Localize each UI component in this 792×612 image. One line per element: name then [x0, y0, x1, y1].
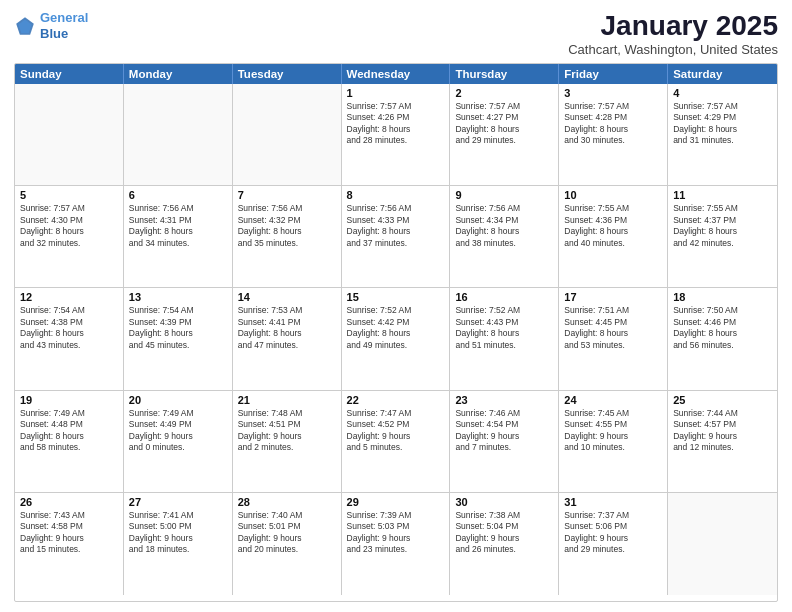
day-cell-3: 3Sunrise: 7:57 AM Sunset: 4:28 PM Daylig…: [559, 84, 668, 185]
day-info: Sunrise: 7:48 AM Sunset: 4:51 PM Dayligh…: [238, 408, 336, 454]
day-number: 8: [347, 189, 445, 201]
day-number: 18: [673, 291, 772, 303]
header-day-sunday: Sunday: [15, 64, 124, 84]
day-number: 25: [673, 394, 772, 406]
title-area: January 2025 Cathcart, Washington, Unite…: [568, 10, 778, 57]
day-info: Sunrise: 7:56 AM Sunset: 4:31 PM Dayligh…: [129, 203, 227, 249]
day-number: 10: [564, 189, 662, 201]
day-cell-1: 1Sunrise: 7:57 AM Sunset: 4:26 PM Daylig…: [342, 84, 451, 185]
day-cell-22: 22Sunrise: 7:47 AM Sunset: 4:52 PM Dayli…: [342, 391, 451, 492]
day-info: Sunrise: 7:44 AM Sunset: 4:57 PM Dayligh…: [673, 408, 772, 454]
day-number: 12: [20, 291, 118, 303]
day-number: 19: [20, 394, 118, 406]
day-number: 17: [564, 291, 662, 303]
day-info: Sunrise: 7:47 AM Sunset: 4:52 PM Dayligh…: [347, 408, 445, 454]
header-day-thursday: Thursday: [450, 64, 559, 84]
header-day-wednesday: Wednesday: [342, 64, 451, 84]
day-info: Sunrise: 7:43 AM Sunset: 4:58 PM Dayligh…: [20, 510, 118, 556]
day-number: 3: [564, 87, 662, 99]
day-number: 29: [347, 496, 445, 508]
day-number: 26: [20, 496, 118, 508]
empty-cell: [124, 84, 233, 185]
day-info: Sunrise: 7:54 AM Sunset: 4:39 PM Dayligh…: [129, 305, 227, 351]
calendar-row-3: 12Sunrise: 7:54 AM Sunset: 4:38 PM Dayli…: [15, 288, 777, 390]
day-cell-6: 6Sunrise: 7:56 AM Sunset: 4:31 PM Daylig…: [124, 186, 233, 287]
day-info: Sunrise: 7:41 AM Sunset: 5:00 PM Dayligh…: [129, 510, 227, 556]
day-info: Sunrise: 7:45 AM Sunset: 4:55 PM Dayligh…: [564, 408, 662, 454]
logo-icon: [14, 15, 36, 37]
day-cell-5: 5Sunrise: 7:57 AM Sunset: 4:30 PM Daylig…: [15, 186, 124, 287]
day-info: Sunrise: 7:57 AM Sunset: 4:29 PM Dayligh…: [673, 101, 772, 147]
day-cell-16: 16Sunrise: 7:52 AM Sunset: 4:43 PM Dayli…: [450, 288, 559, 389]
calendar-row-2: 5Sunrise: 7:57 AM Sunset: 4:30 PM Daylig…: [15, 186, 777, 288]
header-day-monday: Monday: [124, 64, 233, 84]
day-cell-23: 23Sunrise: 7:46 AM Sunset: 4:54 PM Dayli…: [450, 391, 559, 492]
day-cell-14: 14Sunrise: 7:53 AM Sunset: 4:41 PM Dayli…: [233, 288, 342, 389]
day-info: Sunrise: 7:40 AM Sunset: 5:01 PM Dayligh…: [238, 510, 336, 556]
day-info: Sunrise: 7:46 AM Sunset: 4:54 PM Dayligh…: [455, 408, 553, 454]
empty-cell: [233, 84, 342, 185]
day-number: 6: [129, 189, 227, 201]
day-info: Sunrise: 7:55 AM Sunset: 4:37 PM Dayligh…: [673, 203, 772, 249]
page: General Blue January 2025 Cathcart, Wash…: [0, 0, 792, 612]
day-cell-12: 12Sunrise: 7:54 AM Sunset: 4:38 PM Dayli…: [15, 288, 124, 389]
day-cell-10: 10Sunrise: 7:55 AM Sunset: 4:36 PM Dayli…: [559, 186, 668, 287]
day-info: Sunrise: 7:57 AM Sunset: 4:30 PM Dayligh…: [20, 203, 118, 249]
day-number: 11: [673, 189, 772, 201]
day-info: Sunrise: 7:51 AM Sunset: 4:45 PM Dayligh…: [564, 305, 662, 351]
calendar-body: 1Sunrise: 7:57 AM Sunset: 4:26 PM Daylig…: [15, 84, 777, 595]
location: Cathcart, Washington, United States: [568, 42, 778, 57]
calendar-row-1: 1Sunrise: 7:57 AM Sunset: 4:26 PM Daylig…: [15, 84, 777, 186]
day-info: Sunrise: 7:53 AM Sunset: 4:41 PM Dayligh…: [238, 305, 336, 351]
logo-text: General Blue: [40, 10, 88, 41]
day-cell-13: 13Sunrise: 7:54 AM Sunset: 4:39 PM Dayli…: [124, 288, 233, 389]
empty-cell: [668, 493, 777, 595]
day-number: 7: [238, 189, 336, 201]
calendar-row-5: 26Sunrise: 7:43 AM Sunset: 4:58 PM Dayli…: [15, 493, 777, 595]
day-info: Sunrise: 7:55 AM Sunset: 4:36 PM Dayligh…: [564, 203, 662, 249]
day-cell-2: 2Sunrise: 7:57 AM Sunset: 4:27 PM Daylig…: [450, 84, 559, 185]
day-info: Sunrise: 7:57 AM Sunset: 4:26 PM Dayligh…: [347, 101, 445, 147]
day-number: 5: [20, 189, 118, 201]
day-number: 1: [347, 87, 445, 99]
day-info: Sunrise: 7:52 AM Sunset: 4:43 PM Dayligh…: [455, 305, 553, 351]
day-info: Sunrise: 7:54 AM Sunset: 4:38 PM Dayligh…: [20, 305, 118, 351]
day-number: 16: [455, 291, 553, 303]
month-title: January 2025: [568, 10, 778, 42]
day-info: Sunrise: 7:56 AM Sunset: 4:32 PM Dayligh…: [238, 203, 336, 249]
day-number: 4: [673, 87, 772, 99]
day-info: Sunrise: 7:38 AM Sunset: 5:04 PM Dayligh…: [455, 510, 553, 556]
day-cell-27: 27Sunrise: 7:41 AM Sunset: 5:00 PM Dayli…: [124, 493, 233, 595]
header-day-tuesday: Tuesday: [233, 64, 342, 84]
day-number: 20: [129, 394, 227, 406]
day-cell-8: 8Sunrise: 7:56 AM Sunset: 4:33 PM Daylig…: [342, 186, 451, 287]
day-info: Sunrise: 7:37 AM Sunset: 5:06 PM Dayligh…: [564, 510, 662, 556]
day-cell-24: 24Sunrise: 7:45 AM Sunset: 4:55 PM Dayli…: [559, 391, 668, 492]
day-cell-26: 26Sunrise: 7:43 AM Sunset: 4:58 PM Dayli…: [15, 493, 124, 595]
day-number: 23: [455, 394, 553, 406]
day-number: 31: [564, 496, 662, 508]
logo: General Blue: [14, 10, 88, 41]
day-cell-21: 21Sunrise: 7:48 AM Sunset: 4:51 PM Dayli…: [233, 391, 342, 492]
day-cell-25: 25Sunrise: 7:44 AM Sunset: 4:57 PM Dayli…: [668, 391, 777, 492]
day-cell-9: 9Sunrise: 7:56 AM Sunset: 4:34 PM Daylig…: [450, 186, 559, 287]
day-cell-20: 20Sunrise: 7:49 AM Sunset: 4:49 PM Dayli…: [124, 391, 233, 492]
calendar: SundayMondayTuesdayWednesdayThursdayFrid…: [14, 63, 778, 602]
day-cell-30: 30Sunrise: 7:38 AM Sunset: 5:04 PM Dayli…: [450, 493, 559, 595]
day-info: Sunrise: 7:39 AM Sunset: 5:03 PM Dayligh…: [347, 510, 445, 556]
day-cell-17: 17Sunrise: 7:51 AM Sunset: 4:45 PM Dayli…: [559, 288, 668, 389]
day-info: Sunrise: 7:56 AM Sunset: 4:34 PM Dayligh…: [455, 203, 553, 249]
day-number: 9: [455, 189, 553, 201]
day-number: 27: [129, 496, 227, 508]
day-cell-4: 4Sunrise: 7:57 AM Sunset: 4:29 PM Daylig…: [668, 84, 777, 185]
day-number: 24: [564, 394, 662, 406]
header-day-saturday: Saturday: [668, 64, 777, 84]
day-info: Sunrise: 7:49 AM Sunset: 4:49 PM Dayligh…: [129, 408, 227, 454]
day-cell-28: 28Sunrise: 7:40 AM Sunset: 5:01 PM Dayli…: [233, 493, 342, 595]
day-cell-31: 31Sunrise: 7:37 AM Sunset: 5:06 PM Dayli…: [559, 493, 668, 595]
day-info: Sunrise: 7:57 AM Sunset: 4:27 PM Dayligh…: [455, 101, 553, 147]
day-info: Sunrise: 7:49 AM Sunset: 4:48 PM Dayligh…: [20, 408, 118, 454]
day-cell-15: 15Sunrise: 7:52 AM Sunset: 4:42 PM Dayli…: [342, 288, 451, 389]
header-day-friday: Friday: [559, 64, 668, 84]
empty-cell: [15, 84, 124, 185]
